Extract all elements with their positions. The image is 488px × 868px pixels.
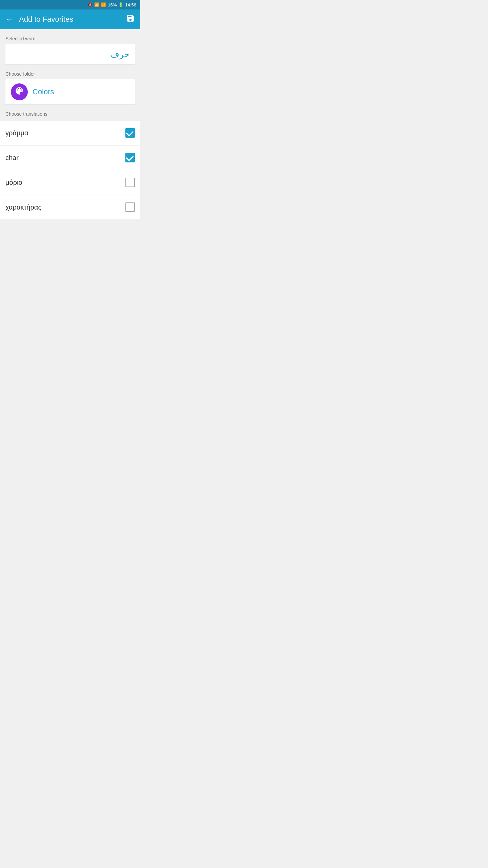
translation-text-2: μόριο [5, 179, 22, 186]
app-bar-left: ← Add to Favorites [5, 15, 73, 24]
translation-text-0: γράμμα [5, 129, 28, 137]
folder-selector[interactable]: Colors [5, 79, 135, 104]
selected-word-box: حرف [5, 44, 135, 64]
wifi-icon: 📶 [94, 2, 99, 7]
battery-icon: 🔋 [118, 2, 123, 7]
mute-icon: 🔇 [87, 2, 93, 7]
translation-item-3[interactable]: χαρακτήρας [0, 195, 140, 219]
translation-text-1: char [5, 154, 19, 162]
app-bar: ← Add to Favorites [0, 9, 140, 29]
status-icons: 🔇 📶 📶 16% 🔋 14:56 [87, 2, 136, 7]
page-title: Add to Favorites [19, 15, 73, 24]
palette-icon [15, 86, 24, 97]
translations-label: Choose translations [5, 111, 135, 121]
translation-item-2[interactable]: μόριο [0, 170, 140, 195]
translation-text-3: χαρακτήρας [5, 203, 41, 211]
folder-name: Colors [33, 87, 54, 96]
battery-text: 16% [108, 2, 117, 7]
save-button[interactable] [126, 14, 135, 25]
translation-checkbox-3[interactable] [125, 202, 135, 212]
choose-folder-label: Choose folder [5, 71, 135, 77]
translation-item-0[interactable]: γράμμα [0, 121, 140, 145]
translation-item-1[interactable]: char [0, 145, 140, 170]
translation-checkbox-0[interactable] [125, 128, 135, 138]
selected-word-value: حرف [110, 49, 129, 60]
back-button[interactable]: ← [5, 15, 14, 24]
translation-checkbox-2[interactable] [125, 178, 135, 187]
translations-list: γράμμα char μόριο χαρακτήρας [0, 121, 140, 219]
time-text: 14:56 [125, 2, 136, 7]
selected-word-label: Selected word [5, 36, 135, 41]
main-content: Selected word حرف Choose folder Colors C… [0, 29, 140, 121]
translation-checkbox-1[interactable] [125, 153, 135, 162]
folder-icon-circle [11, 83, 28, 100]
status-bar: 🔇 📶 📶 16% 🔋 14:56 [0, 0, 140, 9]
signal-icon: 📶 [101, 2, 106, 7]
